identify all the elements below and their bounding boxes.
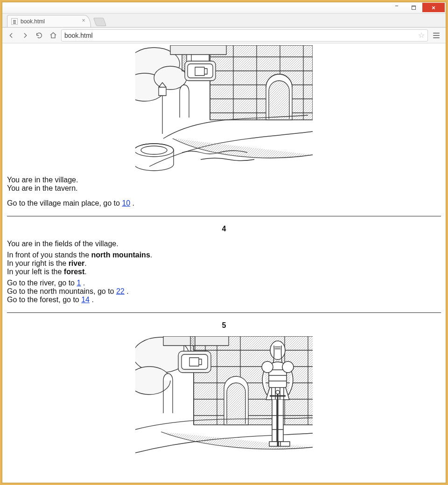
knight-illustration bbox=[135, 336, 313, 457]
svg-rect-16 bbox=[163, 336, 229, 346]
close-button[interactable]: × bbox=[422, 3, 445, 12]
choice-text: Go to the village main place, go to bbox=[7, 199, 122, 207]
section-5-heading: 5 bbox=[7, 321, 441, 330]
arrow-right-icon bbox=[21, 32, 29, 39]
content-area: You are in the village. You are in the t… bbox=[2, 43, 446, 483]
goto-link-22[interactable]: 22 bbox=[116, 287, 125, 295]
text-line: In your right is the river. bbox=[7, 259, 441, 268]
tab-title: book.html bbox=[21, 18, 45, 25]
svg-rect-3 bbox=[210, 45, 313, 120]
minimize-icon: – bbox=[395, 2, 399, 9]
page-scroll[interactable]: You are in the village. You are in the t… bbox=[2, 43, 446, 483]
browser-window: – × book.html × book.html ☆ bbox=[2, 2, 446, 483]
svg-rect-9 bbox=[159, 87, 166, 96]
section-4-choices: Go to the river, go to 1 . Go to the nor… bbox=[7, 279, 441, 304]
maximize-button[interactable] bbox=[406, 3, 421, 12]
text-line: You are in the village. bbox=[7, 176, 441, 184]
arrow-left-icon bbox=[7, 32, 15, 39]
svg-rect-5 bbox=[170, 45, 226, 55]
forward-button[interactable] bbox=[19, 29, 31, 42]
svg-point-21 bbox=[262, 361, 273, 373]
section-divider bbox=[7, 216, 441, 216]
goto-link-1[interactable]: 1 bbox=[77, 279, 81, 287]
new-tab-button[interactable] bbox=[93, 18, 107, 26]
choice-line: Go to the north mountains, go to 22 . bbox=[7, 287, 441, 296]
tab-close-icon[interactable]: × bbox=[80, 18, 87, 24]
goto-link-10[interactable]: 10 bbox=[122, 199, 130, 207]
svg-point-26 bbox=[276, 390, 280, 394]
svg-point-20 bbox=[270, 341, 285, 360]
text-line: You are in the tavern. bbox=[7, 184, 441, 193]
close-icon: × bbox=[432, 4, 435, 11]
home-button[interactable] bbox=[47, 29, 59, 42]
goto-link-14[interactable]: 14 bbox=[81, 296, 90, 304]
svg-rect-15 bbox=[194, 336, 313, 425]
back-button[interactable] bbox=[5, 29, 17, 42]
choice-line: Go to the forest, go to 14 . bbox=[7, 296, 441, 304]
section-4-intro: You are in the fields of the village. bbox=[7, 240, 441, 248]
svg-rect-19 bbox=[182, 354, 208, 369]
section-divider bbox=[7, 312, 441, 313]
section-3-location: You are in the village. You are in the t… bbox=[7, 176, 441, 193]
url-text: book.html bbox=[64, 32, 418, 39]
menu-button[interactable] bbox=[430, 29, 443, 42]
bookmark-star-icon[interactable]: ☆ bbox=[418, 31, 425, 40]
choice-line: Go to the river, go to 1 . bbox=[7, 279, 441, 287]
section-4-heading: 4 bbox=[7, 225, 441, 233]
tab-book[interactable]: book.html × bbox=[7, 15, 91, 27]
section-4-description: In front of you stands the north mountai… bbox=[7, 251, 441, 276]
address-bar[interactable]: book.html ☆ bbox=[61, 29, 428, 42]
reload-icon bbox=[35, 32, 43, 39]
text-line: You are in the fields of the village. bbox=[7, 240, 441, 248]
window-titlebar: – × bbox=[2, 2, 446, 14]
svg-point-22 bbox=[282, 361, 294, 373]
document-body: You are in the village. You are in the t… bbox=[2, 43, 446, 471]
choice-suffix: . bbox=[130, 199, 134, 207]
text-line: In your left is the forest. bbox=[7, 268, 441, 276]
text-line: In front of you stands the north mountai… bbox=[7, 251, 441, 259]
tab-strip: book.html × bbox=[2, 14, 446, 28]
tavern-illustration bbox=[135, 45, 313, 171]
file-icon bbox=[11, 18, 18, 25]
home-icon bbox=[49, 32, 57, 39]
hamburger-icon bbox=[433, 35, 440, 36]
maximize-icon bbox=[412, 6, 416, 10]
minimize-button[interactable]: – bbox=[389, 3, 405, 12]
browser-toolbar: book.html ☆ bbox=[2, 28, 446, 43]
reload-button[interactable] bbox=[33, 29, 45, 42]
section-3-choice: Go to the village main place, go to 10 . bbox=[7, 199, 441, 208]
